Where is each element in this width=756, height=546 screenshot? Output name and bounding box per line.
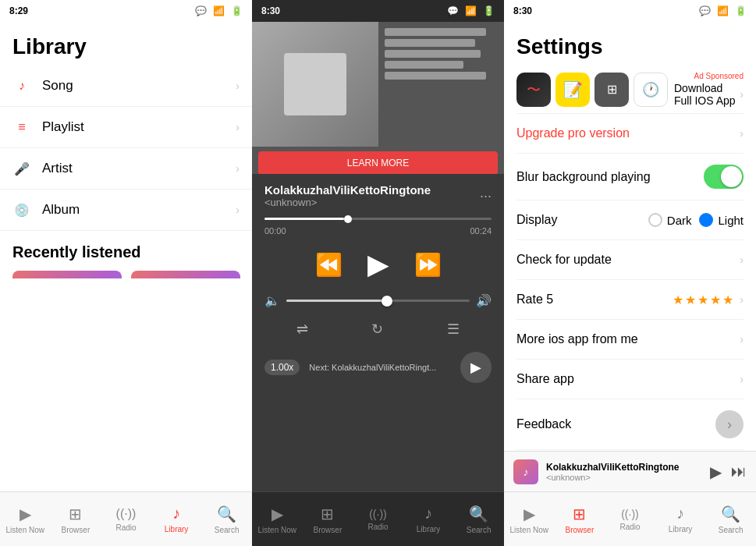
ad-image — [252, 22, 504, 147]
ad-sponsored-row[interactable]: 〜 📝 ⊞ 🕐 Ad Sponsored Download Full IOS A… — [504, 66, 756, 113]
speed-label[interactable]: 1.00x — [264, 360, 300, 375]
progress-dot[interactable] — [344, 215, 352, 223]
blur-background-item: Blur background playing — [504, 154, 756, 200]
recently-title: Recently listened — [12, 243, 240, 261]
library-list: ♪ Song › ≡ Playlist › 🎤 Artist › 💿 Album… — [0, 66, 252, 278]
share-app-chevron: › — [740, 373, 744, 385]
nav-listen-now[interactable]: ▶ Listen Now — [0, 492, 51, 546]
recently-items: ♪ No song No artists ♪ No song No artist… — [12, 271, 240, 278]
browser-settings-icon: ⊞ — [573, 505, 586, 523]
ad-download-button[interactable]: Download Full IOS App › — [674, 82, 744, 107]
nav-listen-now-settings[interactable]: ▶ Listen Now — [504, 492, 555, 546]
volume-up-icon: 🔊 — [476, 293, 492, 308]
nav-library-settings[interactable]: ♪ Library — [655, 492, 706, 546]
nav-library-player[interactable]: ♪ Library — [403, 492, 454, 546]
time-library: 8:29 — [9, 5, 28, 16]
mini-forward-button[interactable]: ⏭ — [731, 463, 747, 480]
check-update-label: Check for update — [516, 253, 733, 267]
library-header: Library — [0, 22, 252, 66]
volume-track[interactable] — [286, 300, 470, 302]
progress-bar-fill — [264, 218, 344, 220]
listen-now-label: Listen Now — [6, 526, 44, 534]
album-label: Album — [42, 202, 236, 218]
nav-search-settings[interactable]: 🔍 Search — [705, 492, 756, 546]
search-label: Search — [215, 526, 240, 534]
song-label: Song — [42, 78, 236, 94]
ad-sponsored-text: Ad Sponsored — [674, 72, 744, 80]
playlist-label: Playlist — [42, 119, 236, 135]
feedback-item[interactable]: Feedback › — [504, 399, 756, 449]
battery-player-icon: 🔋 — [483, 5, 495, 16]
mini-player-artist: <unknown> — [546, 473, 702, 482]
nav-radio[interactable]: ((·)) Radio — [101, 492, 151, 546]
track-info: KolakkuzhalViliKettoRingtone <unknown> — [264, 183, 431, 208]
recently-section: Recently listened ♪ No song No artists ♪… — [0, 231, 252, 278]
search-settings-label: Search — [719, 526, 744, 534]
star-2: ★ — [685, 292, 696, 307]
check-update-chevron: › — [740, 254, 744, 266]
nav-listen-now-player[interactable]: ▶ Listen Now — [252, 492, 303, 546]
upgrade-label: Upgrade pro version — [516, 126, 733, 140]
blur-toggle[interactable] — [704, 165, 744, 189]
dark-radio[interactable] — [648, 213, 662, 227]
nav-radio-settings[interactable]: ((·)) Radio — [605, 492, 655, 546]
nav-search[interactable]: 🔍 Search — [201, 492, 252, 546]
play-button[interactable]: ▶ — [367, 248, 389, 281]
star-5: ★ — [722, 292, 733, 307]
wifi-player-icon: 📶 — [465, 5, 477, 16]
progress-bar-track[interactable] — [264, 218, 492, 220]
feedback-icon-button[interactable]: › — [715, 410, 744, 438]
settings-header: Settings — [504, 22, 756, 66]
player-info: KolakkuzhalViliKettoRingtone <unknown> ·… — [252, 174, 504, 214]
ad-learn-more-button[interactable]: LEARN MORE — [258, 151, 498, 174]
nav-search-player[interactable]: 🔍 Search — [453, 492, 504, 546]
light-radio[interactable] — [699, 213, 713, 227]
player-bottom-bar: 1.00x Next: KolakkuzhalViliKettoRingt...… — [252, 347, 504, 388]
dark-option[interactable]: Dark — [648, 213, 692, 227]
recent-card-2[interactable]: ♪ No song No artists — [131, 271, 240, 278]
notes-app-icon: 📝 — [555, 73, 590, 107]
library-item-album[interactable]: 💿 Album › — [0, 190, 252, 231]
radio-player-label: Radio — [367, 523, 388, 531]
repeat-button[interactable]: ↻ — [371, 321, 383, 338]
library-item-song[interactable]: ♪ Song › — [0, 66, 252, 107]
time-player: 8:30 — [261, 5, 280, 16]
upgrade-pro-item[interactable]: Upgrade pro version › — [504, 114, 756, 153]
volume-dot[interactable] — [382, 296, 392, 307]
player-panel: 8:30 💬 📶 🔋 — [252, 0, 504, 546]
browser-label: Browser — [62, 526, 91, 534]
nav-browser[interactable]: ⊞ Browser — [51, 492, 101, 546]
mini-play-button[interactable]: ▶ — [710, 463, 722, 481]
rate5-item[interactable]: Rate 5 ★ ★ ★ ★ ★ › — [504, 280, 756, 319]
library-title: Library — [12, 34, 240, 59]
rewind-button[interactable]: ⏪ — [315, 252, 343, 278]
more-apps-item[interactable]: More ios app from me › — [504, 320, 756, 359]
status-icons-settings: 💬 📶 🔋 — [699, 5, 747, 16]
library-item-playlist[interactable]: ≡ Playlist › — [0, 107, 252, 148]
listen-now-icon: ▶ — [20, 505, 31, 523]
player-controls: ⏪ ▶ ⏩ — [252, 239, 504, 290]
browser-settings-label: Browser — [566, 526, 595, 534]
more-apps-label: More ios app from me — [516, 332, 733, 346]
share-app-item[interactable]: Share app › — [504, 360, 756, 399]
nav-radio-player[interactable]: ((·)) Radio — [353, 492, 403, 546]
progress-bar-container[interactable] — [252, 214, 504, 223]
shuffle-button[interactable]: ⇌ — [296, 321, 308, 338]
queue-button[interactable]: ☰ — [447, 321, 460, 338]
nav-browser-settings[interactable]: ⊞ Browser — [555, 492, 605, 546]
fast-forward-button[interactable]: ⏩ — [414, 252, 442, 278]
recent-card-1[interactable]: ♪ No song No artists — [12, 271, 122, 278]
nav-browser-player[interactable]: ⊞ Browser — [303, 492, 353, 546]
waveform-app-icon: 〜 — [516, 73, 551, 107]
check-update-item[interactable]: Check for update › — [504, 240, 756, 279]
nav-library[interactable]: ♪ Library — [151, 492, 202, 546]
time-end: 00:24 — [470, 226, 492, 236]
search-icon: 🔍 — [217, 505, 236, 523]
library-item-artist[interactable]: 🎤 Artist › — [0, 148, 252, 190]
light-option[interactable]: Light — [699, 213, 744, 227]
artist-label: Artist — [42, 161, 236, 176]
track-title: KolakkuzhalViliKettoRingtone — [264, 183, 431, 197]
more-options-button[interactable]: ··· — [480, 188, 492, 204]
round-player-button[interactable]: ▶ — [460, 352, 492, 383]
song-icon: ♪ — [12, 76, 31, 95]
